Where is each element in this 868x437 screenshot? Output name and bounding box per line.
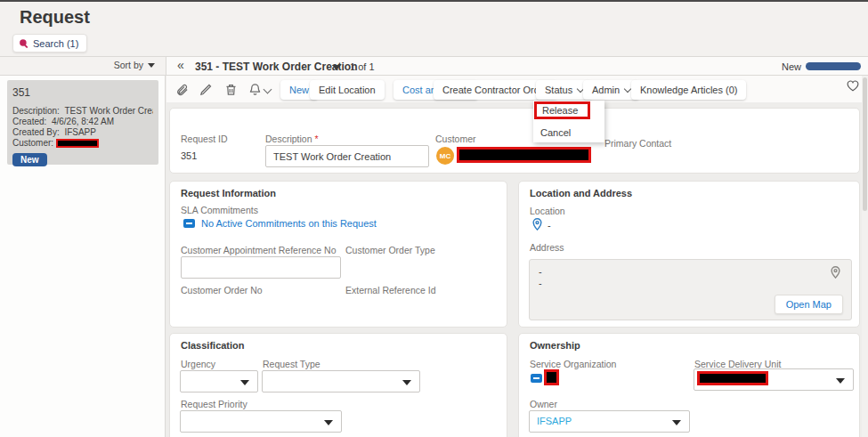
notifications-bell-icon[interactable]: [248, 83, 262, 96]
page-title: Request: [20, 7, 90, 28]
customer-order-no-label: Customer Order No: [181, 285, 263, 295]
request-id-value: 351: [181, 150, 197, 161]
record-toolbar: New Edit Location Cost and Sales Create …: [166, 76, 868, 102]
menu-item-cancel[interactable]: Cancel: [533, 121, 604, 141]
list-item-created-by-label: Created By:: [12, 127, 60, 137]
edit-pencil-icon[interactable]: [199, 83, 213, 96]
address-line-1: -: [539, 266, 542, 277]
record-state-label: New: [782, 61, 801, 72]
urgency-label: Urgency: [181, 359, 215, 369]
sla-commitments-label: SLA Commitments: [181, 205, 258, 215]
knowledge-articles-button[interactable]: Knowledge Articles (0): [631, 80, 746, 100]
edit-location-button[interactable]: Edit Location: [310, 80, 385, 100]
caret-down-icon: [672, 420, 681, 425]
request-information-title: Request Information: [181, 188, 276, 198]
list-panel-header: Sort by: [0, 57, 166, 76]
record-state-progress-pill: [806, 62, 861, 70]
record-title-caret-icon[interactable]: [332, 65, 341, 70]
sort-by-control[interactable]: Sort by: [114, 60, 155, 70]
customer-label: Customer: [435, 134, 476, 144]
list-item-created: 4/6/26, 8:42 AM: [52, 117, 114, 126]
request-type-select[interactable]: [262, 370, 420, 392]
list-item-created-label: Created:: [12, 117, 46, 126]
required-marker: *: [314, 134, 318, 144]
status-dropdown-menu: Release Cancel: [533, 101, 604, 142]
caret-down-icon: [836, 378, 845, 384]
customer-order-type-label: Customer Order Type: [345, 245, 435, 255]
owner-select[interactable]: IFSAPP: [529, 410, 690, 433]
redacted-service-organization: [544, 369, 559, 385]
sla-commitment-icon: [183, 219, 195, 228]
map-pin-icon: [532, 218, 542, 234]
collapse-panel-icon[interactable]: «: [177, 58, 184, 72]
service-organization-label: Service Organization: [530, 359, 616, 369]
customer-appointment-ref-input[interactable]: [181, 256, 341, 279]
search-icon: [19, 38, 29, 49]
address-display-box: - - Open Map: [529, 259, 852, 320]
service-delivery-unit-select[interactable]: [694, 368, 854, 391]
caret-down-icon: [324, 420, 333, 425]
request-id-label: Request ID: [181, 134, 228, 144]
record-header-card: Request ID 351 Description * Customer MC…: [169, 108, 860, 174]
classification-title: Classification: [181, 340, 245, 351]
organization-icon: [531, 374, 542, 383]
primary-contact-label: Primary Contact: [604, 138, 671, 149]
attachment-icon[interactable]: [175, 83, 189, 96]
search-button-label: Search (1): [33, 38, 78, 49]
address-line-2: -: [539, 278, 542, 288]
redacted-service-delivery-unit: [697, 371, 768, 385]
record-navigation-bar: « 351 - TEST Work Order Creation 1 of 1 …: [166, 57, 868, 76]
redacted-customer-name: [457, 147, 591, 163]
classification-card: Classification Urgency Request Type Requ…: [169, 333, 507, 437]
address-map-pin-icon[interactable]: [831, 266, 840, 282]
list-item-created-by: IFSAPP: [64, 127, 96, 137]
request-priority-label: Request Priority: [181, 399, 247, 409]
location-and-address-title: Location and Address: [530, 188, 632, 198]
request-type-label: Request Type: [263, 359, 320, 369]
menu-item-release[interactable]: Release: [537, 104, 588, 117]
customer-appointment-ref-label: Customer Appointment Reference No: [181, 245, 337, 255]
annotation-highlight-box: Release: [534, 101, 590, 119]
list-item-description-label: Description:: [12, 106, 60, 116]
redacted-customer-value: [56, 139, 99, 148]
urgency-select[interactable]: [180, 370, 258, 392]
scrollbar-thumb[interactable]: [863, 77, 867, 211]
favorite-heart-icon[interactable]: [847, 79, 859, 95]
request-information-card: Request Information SLA Commitments No A…: [169, 181, 507, 328]
vertical-scrollbar[interactable]: [862, 76, 868, 437]
list-item-customer-label: Customer:: [12, 138, 53, 148]
ownership-card: Ownership Service Organization Service D…: [518, 333, 860, 437]
description-label: Description: [265, 134, 312, 144]
caret-down-icon: [240, 380, 249, 385]
caret-down-icon: [148, 63, 155, 68]
delete-trash-icon[interactable]: [224, 83, 238, 96]
caret-down-icon: [402, 380, 411, 385]
record-list-panel: 351 Description: TEST Work Order Creatio…: [0, 76, 166, 437]
list-item-id: 351: [12, 86, 153, 99]
customer-avatar: MC: [436, 147, 454, 165]
page-header: Request Search (1): [0, 2, 868, 57]
record-pager: 1 of 1: [350, 61, 375, 72]
sort-by-label: Sort by: [114, 60, 143, 70]
ownership-title: Ownership: [530, 340, 580, 351]
notifications-chevron-icon[interactable]: [264, 85, 272, 94]
owner-value: IFSAPP: [537, 416, 572, 426]
address-label: Address: [530, 242, 564, 253]
no-active-commitments-link[interactable]: No Active Commitments on this Request: [183, 218, 377, 229]
request-priority-select[interactable]: [180, 410, 342, 433]
external-reference-id-label: External Reference Id: [345, 285, 436, 295]
location-label: Location: [530, 206, 565, 216]
owner-label: Owner: [530, 399, 557, 409]
list-item-selected[interactable]: 351 Description: TEST Work Order Creatio…: [7, 80, 158, 165]
location-value: -: [548, 220, 551, 231]
open-map-button[interactable]: Open Map: [775, 295, 843, 314]
search-button[interactable]: Search (1): [12, 34, 87, 53]
list-item-description: TEST Work Order Creation: [64, 106, 153, 116]
status-badge: New: [12, 153, 47, 166]
request-page: Request Search (1) Sort by « 351 - TEST …: [0, 0, 868, 437]
description-input[interactable]: [265, 145, 429, 167]
location-and-address-card: Location and Address Location - Address …: [518, 181, 860, 328]
